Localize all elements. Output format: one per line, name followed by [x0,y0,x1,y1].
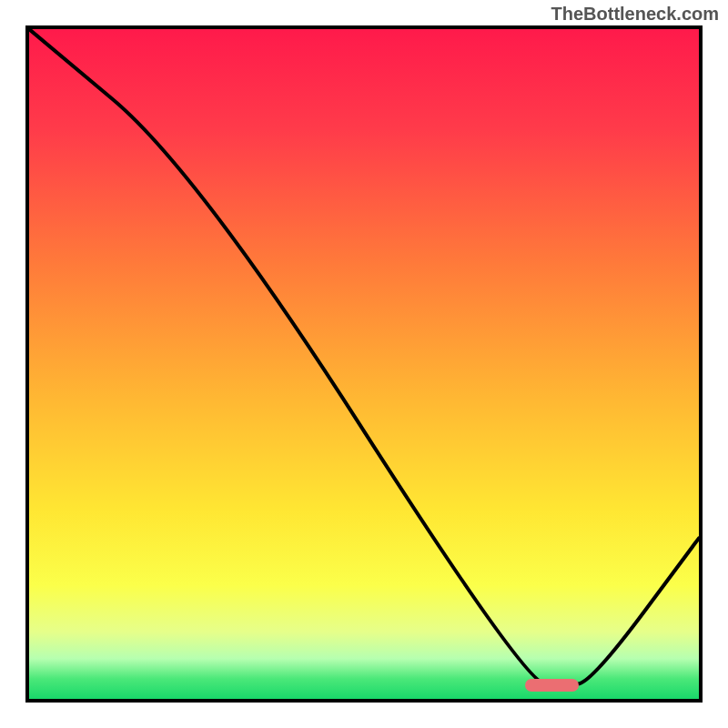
chart-line [29,29,699,699]
chart-frame [25,25,703,703]
plot-area [29,29,699,699]
optimal-marker [525,679,579,692]
watermark-text: TheBottleneck.com [551,4,719,25]
